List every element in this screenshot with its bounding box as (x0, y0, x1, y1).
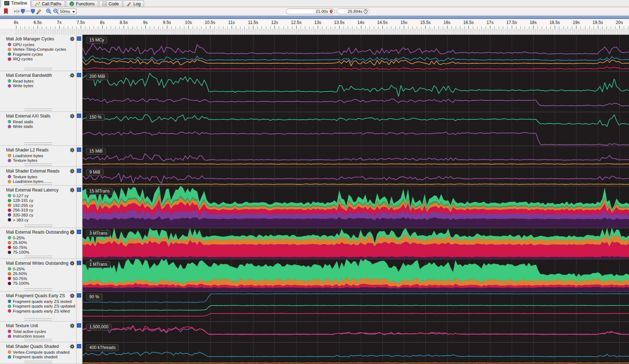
legend-item[interactable]: 75-100% (8, 250, 29, 255)
legend-item[interactable]: Fragment quads early ZS tested (8, 299, 71, 304)
legend-item[interactable]: 320-383 cy (8, 213, 33, 217)
legend-item[interactable]: 0-127 cy (8, 193, 29, 198)
ruler-major-tick (274, 26, 275, 29)
legend-item[interactable]: > 383 cy (8, 218, 29, 222)
legend-item[interactable]: Texture bytes (8, 174, 37, 179)
visibility-checkbox[interactable] (77, 323, 81, 328)
gear-icon[interactable] (70, 169, 75, 174)
chart-row-fragment-quads-early-zs[interactable]: 90 % (83, 291, 629, 321)
legend-item[interactable]: Read stalls (8, 119, 33, 124)
gear-icon[interactable] (70, 293, 75, 298)
row-resize-handle[interactable] (24, 225, 52, 227)
visibility-checkbox[interactable] (77, 148, 81, 152)
legend-item[interactable]: Fragment quads early ZS killed (8, 309, 70, 313)
interval-select[interactable]: 50ms (58, 9, 76, 14)
gear-icon[interactable] (70, 230, 75, 235)
legend-item[interactable]: Texture bytes (8, 158, 37, 163)
legend-item[interactable]: IRQ cycles (8, 57, 33, 61)
gear-icon[interactable] (70, 114, 75, 119)
legend-item[interactable]: Instruction issues (8, 334, 45, 339)
chart-area[interactable]: 15 MCy200 MiB150 %15 MiB9 MiB15 MTrans3 … (83, 35, 629, 364)
visibility-checkbox[interactable] (77, 36, 81, 41)
legend-item[interactable]: 0-25% (8, 266, 25, 271)
legend-item[interactable]: 192-255 cy (8, 203, 33, 208)
legend-item[interactable]: Fragment quads shaded (8, 355, 58, 359)
ruler-major-tick (361, 26, 361, 29)
tab-code[interactable]: 010 Code (99, 0, 123, 7)
legend-item[interactable]: Total active cycles (8, 329, 46, 334)
legend-item[interactable]: 256-319 cy (8, 208, 33, 213)
gear-icon[interactable] (70, 344, 75, 349)
legend-item[interactable]: Vertex-Compute quads shaded (8, 350, 70, 354)
row-resize-handle[interactable] (24, 143, 52, 145)
row-resize-handle[interactable] (24, 109, 52, 111)
chart-row-job-manager-cycles[interactable]: 15 MCy (83, 35, 629, 71)
collapse-markers-icon[interactable] (14, 8, 20, 15)
gear-icon[interactable] (70, 188, 75, 193)
row-resize-handle[interactable] (24, 164, 52, 166)
visibility-checkbox[interactable] (77, 261, 81, 265)
gear-icon[interactable] (70, 36, 75, 41)
legend-item[interactable]: 128-191 cy (8, 198, 33, 203)
gear-icon[interactable] (70, 261, 75, 266)
chart-row-external-bandwidth[interactable]: 200 MiB (83, 71, 629, 112)
chart-row-external-axi-stalls[interactable]: 150 % (83, 112, 629, 146)
tab-log[interactable]: Log (123, 0, 144, 7)
chart-row-external-writes-outstanding[interactable]: 1 MTrans (83, 259, 629, 291)
visibility-checkbox[interactable] (77, 114, 81, 118)
visibility-checkbox[interactable] (77, 169, 81, 173)
visibility-checkbox[interactable] (77, 344, 81, 348)
gear-icon[interactable] (70, 73, 75, 78)
visibility-checkbox[interactable] (77, 73, 81, 77)
time-ruler[interactable]: 6s6.5s7s7.5s8s8.5s9s9.5s10s10.5s11s11.5s… (0, 19, 629, 35)
legend-item[interactable]: 50-75% (8, 245, 27, 250)
tab-functions[interactable]: f Functions (66, 0, 98, 7)
legend-label: 0-25% (13, 267, 25, 271)
gear-icon[interactable] (70, 323, 75, 328)
ruler-label: 18s (530, 20, 536, 25)
brush-icon[interactable] (36, 8, 42, 15)
row-resize-handle[interactable] (24, 256, 52, 258)
legend-swatch (8, 159, 11, 162)
row-resize-handle[interactable] (24, 68, 52, 70)
legend-item[interactable]: Write stalls (8, 124, 33, 129)
chart-row-shader-quads-shaded[interactable]: 400 kThreads (83, 342, 629, 364)
visibility-checkbox[interactable] (77, 230, 81, 234)
row-resize-handle[interactable] (24, 288, 52, 290)
timeline-scrollbar[interactable] (0, 16, 629, 19)
row-resize-handle[interactable] (24, 361, 52, 363)
chart-row-shader-external-reads[interactable]: 9 MiB (83, 167, 629, 186)
legend-item[interactable]: 0-25% (8, 235, 25, 240)
row-resize-handle[interactable] (24, 183, 52, 185)
chart-row-texture-unit[interactable]: 1,500,000 (83, 321, 629, 342)
chart-row-external-reads-outstanding[interactable]: 3 MTrans (83, 228, 629, 259)
row-resize-handle[interactable] (24, 339, 52, 341)
tab-call-paths[interactable]: Call Paths (31, 0, 65, 7)
chart-row-shader-l2-reads[interactable]: 15 MiB (83, 146, 629, 167)
legend-item[interactable]: Fragment cycles (8, 52, 43, 56)
legend-item[interactable]: 25-50% (8, 240, 27, 245)
zoom-in-icon[interactable] (46, 8, 52, 15)
ruler-label: 10s (185, 20, 192, 25)
legend-item[interactable]: GPU cycles (8, 42, 34, 47)
visibility-checkbox[interactable] (77, 188, 81, 192)
legend-item[interactable]: Fragment quads early ZS updated (8, 304, 75, 309)
marker-pair-icon[interactable] (21, 8, 35, 15)
legend-item[interactable]: 50-75% (8, 276, 27, 281)
cursor-time-field[interactable]: 21.00s (286, 9, 335, 14)
legend-swatch (8, 154, 11, 157)
legend-item[interactable]: 25-50% (8, 271, 27, 276)
legend-item[interactable]: Read bytes (8, 79, 34, 83)
gear-icon[interactable] (70, 148, 75, 153)
chart-row-external-read-latency[interactable]: 15 MTrans (83, 186, 629, 228)
bookmark-icon[interactable] (3, 8, 9, 15)
legend-item[interactable]: 75-100% (8, 281, 29, 286)
tab-timeline[interactable]: Timeline (1, 0, 31, 7)
legend-item[interactable]: Load/store bytes (8, 153, 43, 158)
legend-item[interactable]: Write bytes (8, 84, 33, 88)
visibility-checkbox[interactable] (77, 293, 81, 298)
legend-swatch (8, 335, 11, 338)
total-time-field[interactable]: 25.894s (337, 9, 370, 14)
row-resize-handle[interactable] (24, 318, 52, 320)
legend-item[interactable]: Vertex-Tiling-Compute cycles (8, 47, 66, 52)
